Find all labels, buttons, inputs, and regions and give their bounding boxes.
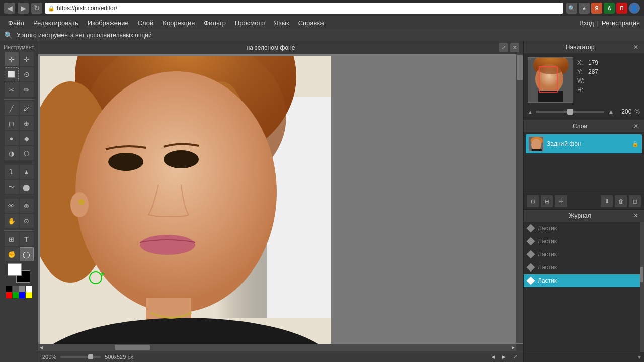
menu-filter[interactable]: Фильтр [200,18,230,28]
layers-title: Слои [528,123,632,130]
navigator-zoom-sym: % [634,108,640,115]
redeye-tool[interactable]: 👁 [5,199,19,213]
transform-tool[interactable]: ✛ [20,52,34,66]
scroll-right-arrow[interactable]: ▶ [500,353,507,360]
list-item[interactable]: Ластик [524,274,644,287]
menu-file[interactable]: Файл [4,18,28,28]
scrollbar-horizontal-right-arrow[interactable]: ▶ [510,344,516,350]
user-icon[interactable]: 👤 [629,3,640,14]
bookmark-icon[interactable]: ★ [579,3,590,14]
scrollbar-vertical-thumb[interactable] [517,55,523,80]
address-bar[interactable]: 🔒 https://pixlr.com/editor/ [45,3,564,14]
layer-fx-button[interactable]: ⊟ [541,195,553,207]
layer-merge-button[interactable]: ⬇ [601,195,613,207]
navigator-zoom-slider[interactable] [536,111,605,113]
list-item[interactable]: Задний фон 🔒 [526,134,642,153]
menu-image[interactable]: Изображение [84,18,133,28]
navigator-zoom-thumb[interactable] [567,109,573,115]
register-link[interactable]: Регистрация [602,19,640,27]
ext-icon-1[interactable]: Я [591,3,602,14]
smudge-tool[interactable]: 〜 [5,180,19,194]
list-item[interactable]: Ластик [524,222,644,235]
zoom-slider[interactable] [60,356,101,358]
zoom-tool[interactable]: ⊞ [5,232,19,246]
palette-cell-7[interactable] [19,292,25,298]
pen-tool[interactable]: ⤵ [5,165,19,179]
forward-button[interactable]: ▶ [18,3,29,14]
gradient-tool[interactable]: ▲ [20,165,34,179]
menu-language[interactable]: Язык [270,18,293,28]
menu-help[interactable]: Справка [294,18,328,28]
layer-blending-button[interactable]: ⊡ [527,195,539,207]
back-button[interactable]: ◀ [4,3,15,14]
tool-row-9: 〜 ⬤ [1,180,37,194]
svg-point-7 [108,153,143,171]
svg-point-24 [531,139,541,151]
palette-cell-8[interactable] [26,292,32,298]
list-item[interactable]: Ластик [524,261,644,274]
bucket-tool[interactable]: ⬡ [20,146,34,160]
foreground-color-swatch[interactable] [8,263,22,276]
palette-cell-6[interactable] [13,292,19,298]
palette-cell-2[interactable] [13,286,19,292]
brush-tool[interactable]: 🖊 [20,101,34,115]
scrollbar-horizontal-left-arrow[interactable]: ◀ [38,344,44,350]
menu-edit[interactable]: Редактировать [29,18,83,28]
palette-cell-1[interactable] [6,286,12,292]
canvas-viewport[interactable]: + ◀ ▶ [38,54,523,351]
journal-scroll-thumb[interactable] [640,267,643,282]
palette-cell-3[interactable] [19,286,25,292]
type-tool[interactable]: T [20,232,34,246]
canvas-close-button[interactable]: ✕ [510,43,519,52]
blur-tool[interactable]: ● [5,131,19,145]
list-item[interactable]: Ластик [524,235,644,248]
scrollbar-horizontal-thumb[interactable] [115,345,150,350]
hand-tool[interactable]: ✋ [5,214,19,228]
heal-tool[interactable]: ╱ [5,101,19,115]
fit-view-button[interactable]: ⤢ [511,353,519,361]
active-eraser-tool[interactable]: ◯ [20,247,34,261]
lasso-tool[interactable]: ⊙ [20,67,34,81]
pan-tool[interactable]: ✊ [5,247,19,261]
search-browser-icon[interactable]: 🔍 [566,3,577,14]
menu-view[interactable]: Просмотр [231,18,269,28]
journal-close-button[interactable]: ✕ [632,212,640,220]
svg-point-6 [75,71,277,313]
palette-cell-4[interactable] [26,286,32,292]
marquee-rect-tool[interactable]: ⬜ [5,67,19,81]
color-replace-tool[interactable]: ⬤ [20,180,34,194]
wand-tool[interactable]: ⊙ [20,214,34,228]
list-item[interactable]: Ластик [524,248,644,261]
scroll-left-arrow[interactable]: ◀ [489,353,496,360]
eyedropper-tool[interactable]: ✏ [20,82,34,97]
layer-add-button[interactable]: ✛ [555,195,567,207]
journal-item-label-5: Ластик [538,277,557,284]
url-text: https://pixlr.com/editor/ [57,5,117,12]
eraser-tool[interactable]: ◻ [5,116,19,130]
canvas-maximize-button[interactable]: ⤢ [499,43,508,52]
journal-icon-3 [527,250,535,259]
tool-row-3: ✂ ✏ [1,82,37,97]
ext-icon-2[interactable]: A [604,3,615,14]
ext-icon-3[interactable]: П [616,3,627,14]
spot-tool[interactable]: ⊛ [20,199,34,213]
login-link[interactable]: Вход [579,19,594,27]
sharpen-tool[interactable]: ◆ [20,131,34,145]
browser-icons: 🔍 ★ Я A П 👤 [566,3,640,14]
layers-close-button[interactable]: ✕ [632,122,640,130]
menu-correction[interactable]: Коррекция [158,18,199,28]
clone-tool[interactable]: ⊕ [20,116,34,130]
menu-layer[interactable]: Слой [134,18,158,28]
navigator-close-button[interactable]: ✕ [632,43,640,51]
zoom-slider-thumb[interactable] [88,354,93,359]
refresh-button[interactable]: ↻ [31,3,42,14]
scrollbar-vertical[interactable] [516,54,523,343]
dodge-tool[interactable]: ◑ [5,146,19,160]
crop-tool[interactable]: ✂ [5,82,19,97]
palette-cell-5[interactable] [6,292,12,298]
scrollbar-horizontal[interactable]: ◀ ▶ [38,344,516,351]
journal-scrollbar-v[interactable] [640,222,644,352]
move-tool[interactable]: ⊹ [5,52,19,66]
layer-mask-button[interactable]: ◻ [629,195,641,207]
layer-delete-button[interactable]: 🗑 [615,195,627,207]
